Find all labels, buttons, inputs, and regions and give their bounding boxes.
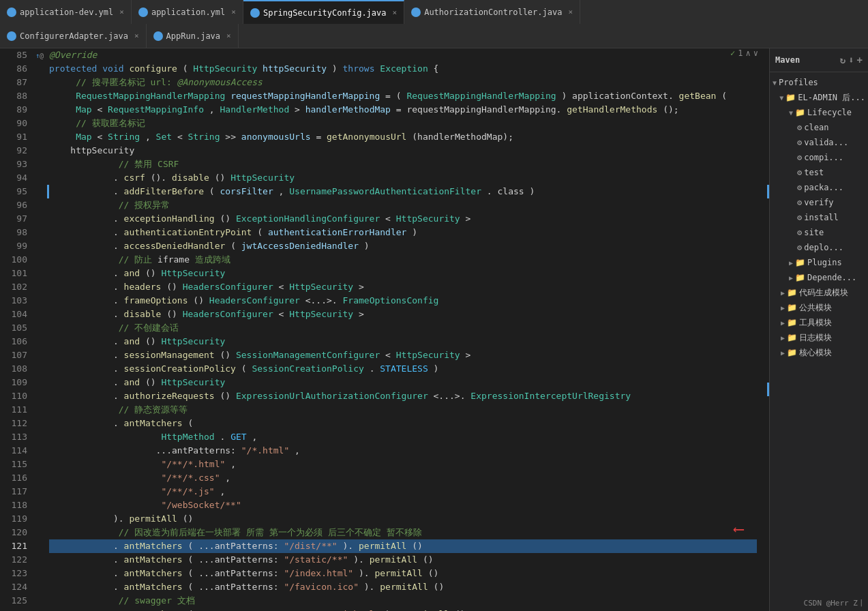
line-num-97: 97 — [8, 212, 27, 226]
code-content[interactable]: @Override protected void configure ( Htt… — [46, 48, 760, 611]
code-line-123: . antMatchers ( ...antPatterns: "/index.… — [49, 567, 757, 580]
common-folder-icon: 📁 — [787, 303, 797, 312]
tab-spring-security[interactable]: SpringSecurityConfig.java × — [243, 0, 404, 24]
code-line-107: . sessionManagement () SessionManagement… — [49, 348, 757, 362]
gear-icon-clean: ⚙ — [797, 123, 802, 132]
gutter-96 — [33, 198, 46, 212]
line-num-85: 85 — [8, 48, 27, 62]
maven-codegen-module[interactable]: ▶ 📁 代码生成模块 — [770, 285, 868, 300]
maven-validate[interactable]: ⚙ valida... — [770, 135, 868, 150]
code-line-87: // 搜寻匿名标记 url: @AnonymousAccess — [49, 76, 757, 89]
line-num-124: 124 — [8, 580, 27, 594]
gutter-icons: ↑ @ — [33, 48, 46, 611]
gear-icon-package: ⚙ — [797, 183, 802, 192]
maven-download-icon[interactable]: ⬇ — [848, 55, 854, 65]
tab-auth-controller[interactable]: AuthorizationController.java × — [404, 0, 580, 24]
code-line-86: protected void configure ( HttpSecurity … — [49, 62, 757, 76]
gutter-98 — [33, 226, 46, 239]
maven-header: Maven ↻ ⬇ + — [770, 48, 868, 72]
tab-label-spring-security: SpringSecurityConfig.java — [263, 8, 387, 18]
code-line-94: . csrf (). disable () HttpSecurity — [49, 171, 757, 185]
close-tab-app-yml[interactable]: × — [231, 8, 236, 16]
tab-label-app-run: AppRun.java — [166, 31, 220, 41]
close-tab-configurer-adapter[interactable]: × — [134, 31, 139, 40]
code-line-116: "/**/*.css" , — [49, 471, 757, 485]
maven-compile-label: compi... — [804, 153, 843, 162]
maven-title: Maven — [775, 55, 800, 65]
main-layout: ✓ 1 ∧ ∨ 85 86 87 88 89 90 91 92 93 94 95… — [0, 48, 868, 611]
code-line-101: . and () HttpSecurity — [49, 267, 757, 280]
code-line-113: HttpMethod . GET , — [49, 430, 757, 444]
code-container[interactable]: ✓ 1 ∧ ∨ 85 86 87 88 89 90 91 92 93 94 95… — [0, 48, 769, 611]
maven-install-label: install — [804, 213, 839, 222]
tab-configurer-adapter[interactable]: ConfigurerAdapter.java × — [0, 24, 147, 48]
maven-package[interactable]: ⚙ packa... — [770, 180, 868, 195]
tab-icon-app-yml — [138, 8, 148, 17]
close-tab-spring-security[interactable]: × — [393, 8, 398, 17]
maven-log-module[interactable]: ▶ 📁 日志模块 — [770, 330, 868, 345]
line-num-91: 91 — [8, 130, 27, 144]
gutter-85: ↑ @ — [33, 48, 46, 62]
maven-add-icon[interactable]: + — [857, 55, 863, 65]
arrow-down-icon[interactable]: ∨ — [753, 48, 758, 58]
maven-plugins[interactable]: ▶ 📁 Plugins — [770, 255, 868, 270]
maven-deploy[interactable]: ⚙ deplo... — [770, 240, 868, 255]
code-line-121: . antMatchers ( ...antPatterns: "/dist/*… — [49, 539, 757, 553]
maven-dependencies[interactable]: ▶ 📁 Depende... — [770, 270, 868, 285]
code-line-124: . antMatchers ( ...antPatterns: "/favico… — [49, 580, 757, 594]
gear-icon-install: ⚙ — [797, 213, 802, 222]
tab-app-run[interactable]: AppRun.java × — [147, 24, 239, 48]
chevron-down-icon-2: ▼ — [779, 94, 783, 102]
code-line-89: Map < RequestMappingInfo , HandlerMethod… — [49, 103, 757, 117]
lifecycle-folder-icon: 📁 — [795, 108, 805, 117]
maven-clean[interactable]: ⚙ clean — [770, 120, 868, 135]
line-num-123: 123 — [8, 567, 27, 580]
maven-core-module[interactable]: ▶ 📁 核心模块 — [770, 345, 868, 360]
close-tab-auth-controller[interactable]: × — [568, 8, 573, 16]
maven-test[interactable]: ⚙ test — [770, 165, 868, 180]
editor-controls: ✓ 1 ∧ ∨ — [730, 48, 758, 58]
maven-site[interactable]: ⚙ site — [770, 225, 868, 240]
line-num-88: 88 — [8, 89, 27, 103]
right-gutter — [760, 48, 769, 611]
maven-tools-module[interactable]: ▶ 📁 工具模块 — [770, 315, 868, 330]
line-num-96: 96 — [8, 198, 27, 212]
gutter-93 — [33, 158, 46, 171]
close-tab-app-dev-yml[interactable]: × — [119, 8, 124, 16]
project-icon-el-admin: 📁 — [785, 93, 796, 102]
maven-plugins-label: Plugins — [807, 258, 842, 267]
scroll-marker-1 — [767, 185, 769, 198]
code-line-104: . disable () HeadersConfigurer < HttpSec… — [49, 308, 757, 321]
maven-core-label: 核心模块 — [799, 347, 832, 359]
maven-profiles[interactable]: ▼ Profiles — [770, 75, 868, 90]
chevron-down-icon-3: ▼ — [789, 109, 793, 117]
scroll-marker-2 — [767, 383, 769, 396]
maven-lifecycle[interactable]: ▼ 📁 Lifecycle — [770, 105, 868, 120]
maven-el-admin[interactable]: ▼ 📁 EL-ADMIN 后... — [770, 90, 868, 105]
chevron-down-icon: ▼ — [773, 79, 777, 87]
maven-refresh-icon[interactable]: ↻ — [840, 55, 845, 65]
tab-app-yml[interactable]: application.yml × — [132, 0, 243, 24]
close-tab-app-run[interactable]: × — [226, 31, 231, 40]
line-num-102: 102 — [8, 280, 27, 294]
chevron-right-icon-core: ▶ — [781, 349, 785, 357]
maven-common-module[interactable]: ▶ 📁 公共模块 — [770, 300, 868, 315]
maven-verify[interactable]: ⚙ verify — [770, 195, 868, 210]
gutter-90 — [33, 117, 46, 130]
line-num-111: 111 — [8, 403, 27, 417]
arrow-up-icon[interactable]: ∧ — [746, 48, 751, 58]
tab-app-dev-yml[interactable]: application-dev.yml × — [0, 0, 132, 24]
code-line-105: // 不创建会话 — [49, 321, 757, 335]
maven-compile[interactable]: ⚙ compi... — [770, 150, 868, 165]
line-num-125: 125 — [8, 594, 27, 608]
line-num-100: 100 — [8, 253, 27, 267]
code-line-112: . antMatchers ( — [49, 417, 757, 430]
code-line-110: . authorizeRequests () ExpressionUrlAuth… — [49, 389, 757, 403]
maven-clean-label: clean — [804, 123, 828, 132]
maven-site-label: site — [804, 228, 824, 237]
check-count: 1 — [738, 48, 743, 58]
line-num-95: 95 — [8, 185, 27, 198]
line-num-118: 118 — [8, 498, 27, 512]
maven-install[interactable]: ⚙ install — [770, 210, 868, 225]
maven-dependencies-label: Depende... — [807, 273, 856, 282]
